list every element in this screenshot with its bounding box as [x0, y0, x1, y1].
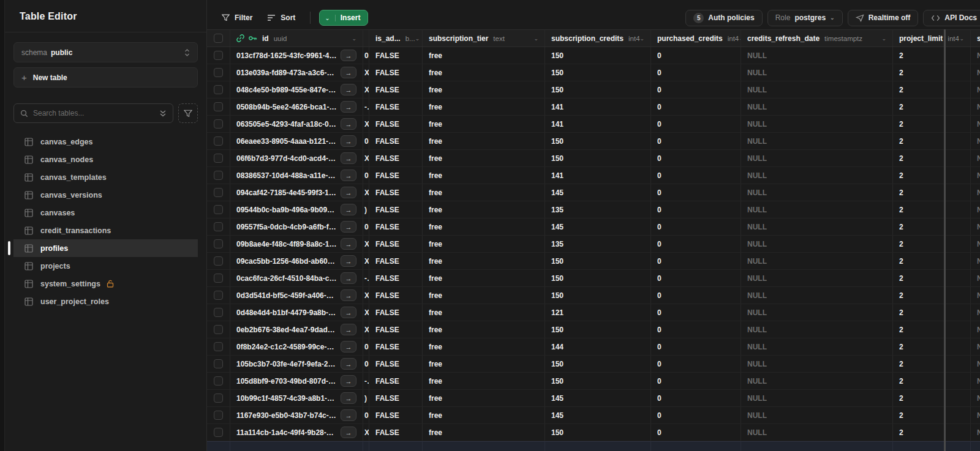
column-menu-chevron-icon[interactable]: ⌄	[352, 35, 356, 42]
column-header-clipped[interactable]	[363, 30, 369, 47]
is-admin-cell[interactable]: FALSE	[369, 218, 423, 235]
subscription-credits-cell[interactable]: 150	[545, 356, 651, 372]
subscription-tier-cell[interactable]: free	[423, 390, 545, 406]
row-checkbox[interactable]	[214, 85, 223, 94]
table-row[interactable]: 06f6b7d3-977d-4cd0-acd4-4a78... → X FALS…	[207, 150, 980, 167]
clipped-right-cell[interactable]: NULL	[971, 236, 980, 252]
subscription-tier-cell[interactable]: free	[423, 99, 545, 115]
expand-row-button[interactable]: →	[341, 427, 356, 438]
purchased-credits-cell[interactable]: 0	[651, 253, 741, 269]
column-header-credits-refresh-date[interactable]: credits_refresh_date timestamptz ⌄	[741, 30, 893, 47]
purchased-credits-cell[interactable]: 0	[651, 167, 741, 184]
credits-refresh-date-cell[interactable]: NULL	[741, 99, 893, 115]
subscription-tier-cell[interactable]: free	[423, 116, 545, 132]
is-admin-cell[interactable]: FALSE	[369, 201, 423, 218]
id-cell[interactable]: 105bc3b7-03fe-4e7f-9efa-21bb40... →	[230, 356, 363, 372]
sidebar-item-credit_transactions[interactable]: credit_transactions	[13, 222, 198, 239]
table-row[interactable]: 105bc3b7-03fe-4e7f-9efa-21bb40... → 0 FA…	[207, 356, 980, 373]
table-row[interactable]: 048c4e50-b989-455e-847e-fb2f... → X FALS…	[207, 81, 980, 99]
search-tables-input[interactable]: Search tables...	[13, 103, 173, 123]
credits-refresh-date-cell[interactable]: NULL	[741, 81, 893, 98]
is-admin-cell[interactable]: FALSE	[369, 270, 423, 286]
project-limit-cell[interactable]: 2	[893, 287, 971, 304]
id-cell[interactable]: 094caf42-7185-4e45-99f3-14abee... →	[230, 184, 363, 201]
clipped-cell[interactable]: 0(	[363, 218, 369, 235]
expand-row-button[interactable]: →	[341, 204, 356, 215]
subscription-credits-cell[interactable]: 145	[545, 184, 651, 201]
project-limit-cell[interactable]: 2	[893, 133, 971, 149]
row-checkbox[interactable]	[214, 239, 223, 248]
subscription-credits-cell[interactable]: 150	[545, 270, 651, 286]
row-checkbox[interactable]	[214, 428, 223, 437]
project-limit-cell[interactable]: 2	[893, 321, 971, 338]
role-select[interactable]: Role postgres ⌄	[767, 10, 843, 26]
clipped-cell[interactable]: X	[363, 236, 369, 252]
project-limit-cell[interactable]: 2	[893, 64, 971, 81]
row-checkbox[interactable]	[214, 376, 223, 386]
subscription-credits-cell[interactable]: 150	[545, 81, 651, 98]
project-limit-cell[interactable]: 2	[893, 253, 971, 269]
id-cell[interactable]: 06eaee33-8905-4aaa-b121-ab552... →	[230, 133, 363, 149]
expand-row-button[interactable]: →	[341, 67, 356, 78]
subscription-credits-cell[interactable]: 141	[545, 99, 651, 115]
sidebar-item-canvas_edges[interactable]: canvas_edges	[13, 133, 198, 151]
filter-tables-button[interactable]	[178, 103, 198, 123]
clipped-right-cell[interactable]: NULL	[971, 184, 980, 201]
purchased-credits-cell[interactable]: 0	[651, 287, 741, 304]
credits-refresh-date-cell[interactable]: NULL	[741, 218, 893, 235]
project-limit-cell[interactable]: 2	[893, 356, 971, 372]
credits-refresh-date-cell[interactable]: NULL	[741, 338, 893, 355]
expand-row-button[interactable]: →	[341, 118, 356, 130]
column-menu-chevron-icon[interactable]: ⌄	[959, 35, 964, 42]
clipped-cell[interactable]: )	[363, 390, 369, 406]
api-docs-button[interactable]: API Docs	[923, 10, 980, 26]
is-admin-cell[interactable]: FALSE	[369, 304, 423, 321]
credits-refresh-date-cell[interactable]: NULL	[741, 407, 893, 423]
table-row[interactable]: 09cac5bb-1256-46bd-ab60-64ed... → X FALS…	[207, 253, 980, 270]
subscription-tier-cell[interactable]: free	[423, 167, 545, 184]
is-admin-cell[interactable]: FALSE	[369, 390, 423, 406]
clipped-right-cell[interactable]: NULL	[971, 407, 980, 423]
clipped-right-cell[interactable]: NULL	[971, 253, 980, 269]
clipped-cell[interactable]: X	[363, 116, 369, 132]
subscription-credits-cell[interactable]: 150	[545, 287, 651, 304]
row-checkbox[interactable]	[214, 359, 223, 368]
project-limit-cell[interactable]: 2	[893, 218, 971, 235]
purchased-credits-cell[interactable]: 0	[651, 270, 741, 286]
subscription-tier-cell[interactable]: free	[423, 64, 545, 81]
realtime-toggle-button[interactable]: Realtime off	[848, 10, 919, 26]
project-limit-cell[interactable]: 2	[893, 167, 971, 184]
subscription-tier-cell[interactable]: free	[423, 133, 545, 149]
credits-refresh-date-cell[interactable]: NULL	[741, 167, 893, 184]
is-admin-cell[interactable]: FALSE	[369, 321, 423, 338]
id-cell[interactable]: 0cac6fca-26cf-4510-84ba-c4580... →	[230, 270, 363, 286]
clipped-cell[interactable]: 0	[363, 133, 369, 149]
subscription-tier-cell[interactable]: free	[423, 373, 545, 389]
purchased-credits-cell[interactable]: 0	[651, 321, 741, 338]
purchased-credits-cell[interactable]: 0	[651, 236, 741, 252]
table-row[interactable]: 11a114cb-1a4c-49f4-9b28-52219ec... → X F…	[207, 424, 980, 441]
project-limit-cell[interactable]: 2	[893, 150, 971, 166]
credits-refresh-date-cell[interactable]: NULL	[741, 201, 893, 218]
purchased-credits-cell[interactable]: 0	[651, 81, 741, 98]
clipped-cell[interactable]: )	[363, 201, 369, 218]
column-header-subscription-credits[interactable]: subscription_credits int4 ⌄	[545, 30, 651, 47]
clipped-cell[interactable]: 0	[363, 47, 369, 64]
clipped-cell[interactable]: 0	[363, 356, 369, 372]
table-row[interactable]: 0d3d541d-bf5c-459f-a406-16b93... → X FAL…	[207, 287, 980, 304]
clipped-right-cell[interactable]: NULL	[971, 270, 980, 286]
clipped-right-cell[interactable]: NULL	[971, 201, 980, 218]
expand-row-button[interactable]: →	[341, 341, 356, 352]
id-cell[interactable]: 1167e930-e5b0-43b7-b74c-788c9... →	[230, 407, 363, 423]
subscription-credits-cell[interactable]: 141	[545, 116, 651, 132]
clipped-right-cell[interactable]: NULL	[971, 338, 980, 355]
row-checkbox[interactable]	[214, 342, 223, 351]
purchased-credits-cell[interactable]: 0	[651, 201, 741, 218]
project-limit-cell[interactable]: 2	[893, 116, 971, 132]
is-admin-cell[interactable]: FALSE	[369, 150, 423, 166]
id-cell[interactable]: 063505e5-4293-4faf-a18c-0e65b... →	[230, 116, 363, 132]
id-cell[interactable]: 0508b94b-5ee2-4626-bca1-4bca... →	[230, 99, 363, 115]
credits-refresh-date-cell[interactable]: NULL	[741, 270, 893, 286]
clipped-cell[interactable]: X	[363, 253, 369, 269]
subscription-tier-cell[interactable]: free	[423, 424, 545, 441]
